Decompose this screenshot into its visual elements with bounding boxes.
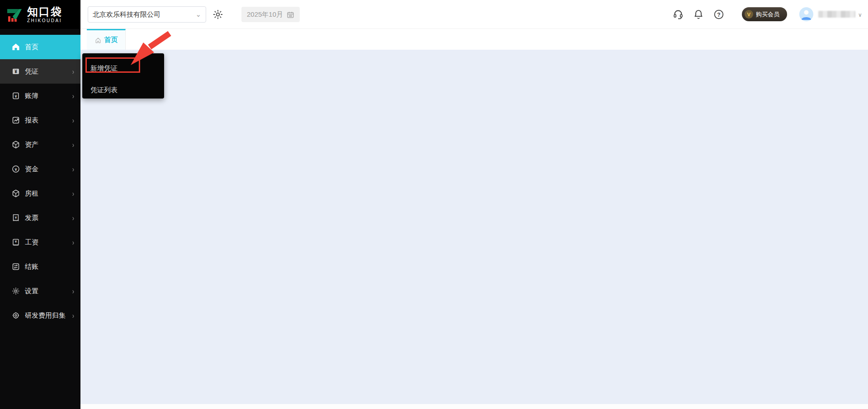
sidebar-item-voucher[interactable]: ¥ 凭证 › <box>0 59 80 84</box>
cube-icon <box>12 141 20 149</box>
tab-bar: 首页 <box>80 29 868 50</box>
chevron-down-icon: ⌄ <box>195 10 201 19</box>
chevron-right-icon: › <box>72 67 74 76</box>
brand-name: 知口袋 <box>27 6 62 17</box>
sidebar-item-label: 凭证 <box>25 67 38 76</box>
company-select[interactable]: 北京欢乐科技有限公司 ⌄ <box>88 6 206 23</box>
sidebar-nav: 首页 ¥ 凭证 › ¥ 账簿 › 报表 › 资产 › ¥ 资金 › <box>0 29 80 409</box>
invoice-icon: ¥ <box>12 214 20 222</box>
cube-icon <box>12 189 20 197</box>
bottom-strip <box>80 404 868 409</box>
headset-icon[interactable] <box>673 9 684 20</box>
sidebar-item-label: 工资 <box>25 238 38 247</box>
rd-gear-icon <box>12 311 20 320</box>
sidebar-item-invoice[interactable]: ¥ 发票 › <box>0 206 80 230</box>
sidebar-item-rd-collection[interactable]: 研发费用归集 › <box>0 303 80 328</box>
tab-home[interactable]: 首页 <box>87 29 126 50</box>
sidebar-item-label: 账簿 <box>25 92 38 100</box>
svg-text:¥: ¥ <box>14 69 17 74</box>
vip-badge-icon: V <box>745 10 753 19</box>
svg-text:?: ? <box>717 12 720 18</box>
sidebar-item-salary[interactable]: ¥ 工资 › <box>0 230 80 254</box>
voucher-icon: ¥ <box>12 67 20 75</box>
sidebar-item-label: 首页 <box>25 43 38 52</box>
svg-text:¥: ¥ <box>15 216 17 220</box>
period-value: 2025年10月 <box>247 10 283 19</box>
chevron-right-icon: › <box>72 287 74 296</box>
closing-icon <box>12 263 20 271</box>
sidebar-item-label: 设置 <box>25 287 38 296</box>
salary-icon: ¥ <box>12 238 20 246</box>
chevron-right-icon: › <box>72 116 74 125</box>
chevron-right-icon: › <box>72 165 74 174</box>
sidebar-item-label: 房租 <box>25 189 38 198</box>
user-chevron-down-icon[interactable]: ∨ <box>858 12 862 18</box>
bell-icon[interactable] <box>693 9 704 20</box>
sidebar-item-label: 资金 <box>25 165 38 174</box>
sidebar-item-label: 研发费用归集 <box>25 311 66 320</box>
sidebar-item-rent[interactable]: 房租 › <box>0 181 80 206</box>
calendar-icon <box>287 11 294 19</box>
sidebar-item-settings[interactable]: 设置 › <box>0 279 80 303</box>
company-select-value: 北京欢乐科技有限公司 <box>93 10 160 19</box>
buy-vip-button[interactable]: V 购买会员 <box>742 7 787 21</box>
chevron-right-icon: › <box>72 213 74 222</box>
sidebar-item-assets[interactable]: 资产 › <box>0 132 80 157</box>
annotation-red-arrow <box>128 31 173 71</box>
gear-icon[interactable] <box>212 9 223 20</box>
chevron-right-icon: › <box>72 238 74 247</box>
svg-text:¥: ¥ <box>14 94 17 99</box>
buy-vip-label: 购买会员 <box>756 10 779 19</box>
sidebar-item-label: 发票 <box>25 214 38 222</box>
sidebar-item-home[interactable]: 首页 <box>0 35 80 59</box>
tab-home-label: 首页 <box>104 36 118 44</box>
username-redacted[interactable] <box>818 11 855 18</box>
yuan-circle-icon: ¥ <box>12 165 20 173</box>
chevron-right-icon: › <box>72 140 74 149</box>
avatar[interactable] <box>799 7 813 21</box>
svg-text:¥: ¥ <box>14 167 17 172</box>
logo-mark <box>5 5 24 24</box>
sidebar-item-funds[interactable]: ¥ 资金 › <box>0 157 80 181</box>
chevron-right-icon: › <box>72 189 74 198</box>
report-icon <box>12 116 20 124</box>
brand-latin: ZHIKOUDAI <box>27 19 62 23</box>
ledger-icon: ¥ <box>12 92 20 100</box>
home-icon <box>12 43 20 51</box>
app-logo[interactable]: 知口袋 ZHIKOUDAI <box>0 0 80 29</box>
sidebar-item-closing[interactable]: 结账 <box>0 254 80 279</box>
sidebar-item-label: 资产 <box>25 141 38 149</box>
sidebar-item-label: 结账 <box>25 263 38 271</box>
sidebar-item-ledger[interactable]: ¥ 账簿 › <box>0 84 80 108</box>
chevron-right-icon: › <box>72 311 74 320</box>
chevron-right-icon: › <box>72 91 74 100</box>
sidebar-item-label: 报表 <box>25 116 38 125</box>
home-outline-icon <box>94 37 102 44</box>
main-content <box>80 50 868 404</box>
submenu-item-voucher-list[interactable]: 凭证列表 <box>82 82 164 98</box>
settings-gear-icon <box>12 287 20 295</box>
period-picker[interactable]: 2025年10月 <box>241 7 300 22</box>
sidebar-item-reports[interactable]: 报表 › <box>0 108 80 132</box>
svg-text:¥: ¥ <box>15 240 17 244</box>
top-header: 知口袋 ZHIKOUDAI 北京欢乐科技有限公司 ⌄ 2025年10月 ? V … <box>0 0 868 29</box>
help-icon[interactable]: ? <box>713 9 724 20</box>
